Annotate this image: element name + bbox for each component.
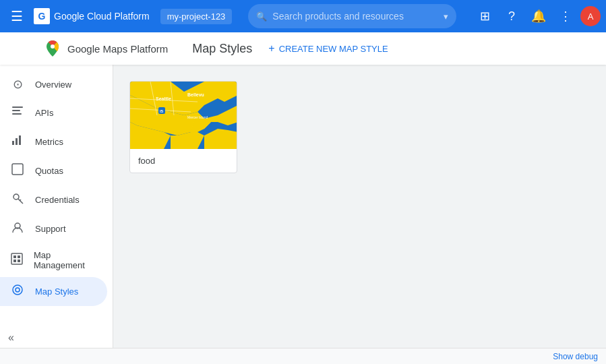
sidebar-item-metrics[interactable]: Metrics (0, 127, 107, 156)
main-layout: ⊙ Overview APIs Metrics Quotas Credent (0, 65, 606, 364)
help-icon-btn[interactable]: ? (499, 4, 524, 28)
svg-rect-7 (22, 140, 23, 140)
apis-icon (11, 105, 24, 121)
content-area: Seattle Bellevu I5 Mercer Island food (113, 65, 606, 364)
svg-text:Bellevu: Bellevu (187, 92, 204, 97)
sidebar-label-apis: APIs (35, 108, 53, 118)
sidebar: ⊙ Overview APIs Metrics Quotas Credent (0, 65, 113, 364)
svg-rect-4 (12, 141, 14, 145)
metrics-icon (11, 134, 24, 150)
avatar[interactable]: A (580, 6, 601, 26)
map-styles-grid: Seattle Bellevu I5 Mercer Island food (129, 81, 590, 173)
menu-icon[interactable]: ☰ (5, 5, 28, 27)
topbar-icons: ⊞ ? 🔔 ⋮ A (473, 4, 601, 28)
bottom-bar: Show debug (0, 348, 606, 364)
sidebar-item-quotas[interactable]: Quotas (0, 156, 107, 185)
collapse-icon: « (8, 332, 14, 343)
svg-rect-14 (13, 255, 16, 258)
topbar: ☰ G Google Cloud Platform my-project-123… (0, 0, 606, 32)
svg-point-9 (13, 194, 19, 200)
map-style-label-food: food (130, 149, 237, 173)
svg-rect-6 (19, 135, 21, 145)
sidebar-item-map-styles[interactable]: Map Styles (0, 277, 107, 306)
sidebar-label-map-management: Map Management (34, 250, 96, 270)
map-thumbnail-food: Seattle Bellevu I5 Mercer Island (130, 82, 237, 149)
sidebar-label-map-styles: Map Styles (35, 286, 78, 297)
notifications-icon-btn[interactable]: 🔔 (526, 4, 551, 28)
maps-logo (43, 39, 62, 58)
app-title: Google Cloud Platform (54, 11, 150, 22)
sidebar-label-credentials: Credentials (35, 195, 80, 205)
sidebar-collapse-button[interactable]: « (8, 332, 14, 344)
more-icon-btn[interactable]: ⋮ (553, 4, 578, 28)
grid-icon-btn[interactable]: ⊞ (473, 4, 497, 28)
svg-point-19 (16, 288, 20, 292)
subheader: Google Maps Platform Map Styles + CREATE… (0, 32, 606, 65)
search-icon: 🔍 (256, 11, 267, 22)
create-new-map-style-button[interactable]: + CREATE NEW MAP STYLE (263, 38, 393, 59)
map-management-icon (11, 253, 23, 268)
svg-rect-1 (12, 107, 23, 108)
sidebar-label-metrics: Metrics (35, 137, 63, 147)
svg-rect-13 (11, 253, 22, 264)
credentials-icon (11, 192, 24, 208)
svg-point-18 (13, 285, 22, 295)
overview-icon: ⊙ (11, 77, 24, 92)
svg-rect-3 (12, 113, 22, 115)
search-bar[interactable]: 🔍 ▾ (248, 4, 456, 28)
svg-rect-15 (18, 255, 20, 258)
map-styles-icon (11, 284, 24, 299)
app-logo: G Google Cloud Platform (34, 8, 150, 24)
sidebar-item-credentials[interactable]: Credentials (0, 185, 107, 214)
support-icon (11, 221, 24, 237)
subheader-title: Google Maps Platform (67, 43, 168, 55)
sidebar-item-support[interactable]: Support (0, 214, 107, 243)
gcp-logo-icon: G (34, 8, 50, 24)
create-icon: + (268, 42, 274, 55)
search-input[interactable] (272, 11, 438, 22)
svg-point-0 (51, 44, 55, 49)
svg-rect-8 (12, 164, 23, 175)
sidebar-item-map-management[interactable]: Map Management (0, 243, 107, 277)
search-dropdown-icon[interactable]: ▾ (444, 11, 448, 22)
sidebar-item-apis[interactable]: APIs (0, 98, 107, 127)
create-button-label: CREATE NEW MAP STYLE (279, 44, 388, 54)
show-debug-link[interactable]: Show debug (553, 352, 598, 361)
map-style-card-food[interactable]: Seattle Bellevu I5 Mercer Island food (129, 81, 237, 173)
svg-text:Seattle: Seattle (156, 96, 171, 101)
quotas-icon (11, 163, 24, 179)
subheader-logo: Google Maps Platform (43, 39, 168, 58)
sidebar-item-overview[interactable]: ⊙ Overview (0, 70, 107, 98)
svg-rect-5 (16, 138, 18, 145)
sidebar-label-overview: Overview (35, 80, 71, 90)
svg-text:Mercer Island: Mercer Island (187, 115, 208, 119)
sidebar-label-quotas: Quotas (35, 166, 63, 176)
svg-text:I5: I5 (160, 109, 164, 113)
svg-rect-17 (18, 260, 20, 262)
page-title: Map Styles (192, 42, 252, 56)
map-thumbnail-svg: Seattle Bellevu I5 Mercer Island (130, 82, 237, 149)
svg-rect-2 (12, 110, 20, 111)
svg-rect-16 (13, 260, 16, 262)
sidebar-label-support: Support (35, 224, 66, 234)
project-selector[interactable]: my-project-123 (160, 9, 233, 24)
